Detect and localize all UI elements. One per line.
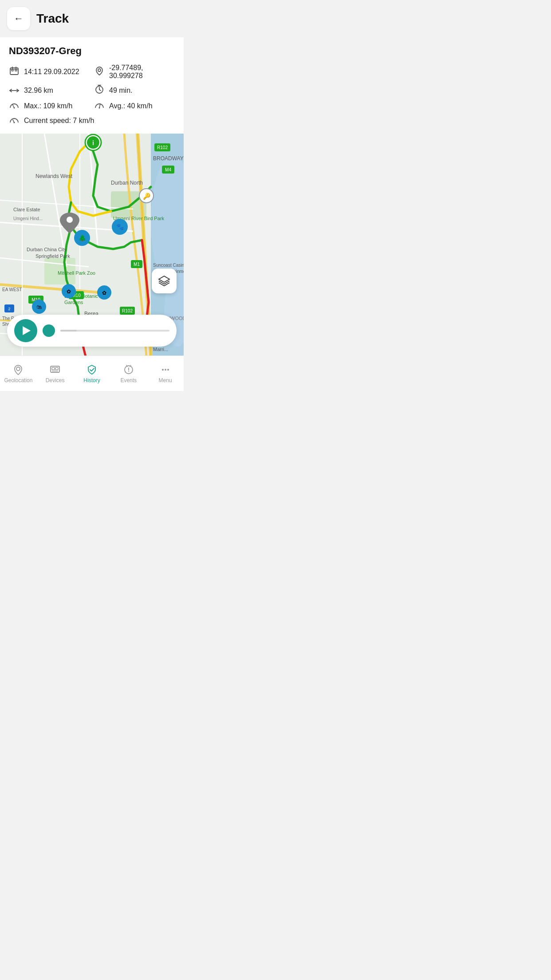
- distance-icon: [9, 85, 20, 95]
- svg-text:M1: M1: [134, 262, 140, 267]
- device-name: ND393207-Greg: [9, 45, 175, 57]
- svg-text:R102: R102: [122, 308, 133, 313]
- nav-item-menu[interactable]: Menu: [147, 360, 184, 387]
- info-section: ND393207-Greg 14:11 29.09.2022: [0, 37, 184, 134]
- svg-text:🔑: 🔑: [143, 193, 151, 200]
- svg-rect-2: [15, 70, 17, 71]
- svg-text:🌲: 🌲: [79, 234, 87, 242]
- menu-icon: [160, 364, 171, 375]
- devices-label: Devices: [46, 377, 65, 383]
- max-speed-value: Max.: 109 km/h: [24, 102, 72, 110]
- duration-value: 49 min.: [109, 87, 132, 95]
- bottom-nav: Geolocation Devices History Events: [0, 356, 184, 391]
- duration-row: 49 min.: [94, 84, 175, 96]
- avg-speed-row: Avg.: 40 km/h: [94, 101, 175, 111]
- menu-label: Menu: [159, 377, 172, 383]
- svg-text:EA WEST: EA WEST: [2, 287, 22, 292]
- events-icon: [123, 364, 134, 375]
- info-grid: 14:11 29.09.2022 -29.77489, 30.999278: [9, 64, 175, 126]
- current-speed-row: Current speed: 7 km/h: [9, 115, 175, 126]
- svg-rect-1: [12, 70, 13, 71]
- progress-track[interactable]: [60, 330, 169, 332]
- svg-text:🐾: 🐾: [116, 223, 124, 231]
- playback-bar: [7, 315, 177, 347]
- datetime-row: 14:11 29.09.2022: [9, 64, 90, 80]
- distance-value: 32.96 km: [24, 87, 53, 95]
- distance-row: 32.96 km: [9, 84, 90, 96]
- svg-point-102: [165, 369, 166, 371]
- geolocation-label: Geolocation: [4, 377, 32, 383]
- svg-point-98: [128, 371, 129, 372]
- nav-item-devices[interactable]: Devices: [37, 360, 74, 387]
- svg-rect-94: [55, 368, 58, 370]
- max-speed-row: Max.: 109 km/h: [9, 101, 90, 111]
- avg-speed-value: Avg.: 40 km/h: [109, 102, 153, 110]
- svg-text:BROADWAY: BROADWAY: [153, 155, 184, 162]
- svg-text:R102: R102: [157, 145, 168, 150]
- svg-rect-0: [10, 68, 18, 75]
- svg-point-18: [14, 122, 15, 123]
- datetime-value: 14:11 29.09.2022: [24, 68, 79, 76]
- svg-text:i: i: [92, 139, 94, 146]
- nav-item-history[interactable]: History: [74, 360, 110, 387]
- timer-icon: [94, 84, 105, 96]
- coordinates-value: -29.77489, 30.999278: [109, 64, 175, 80]
- coordinates-row: -29.77489, 30.999278: [94, 64, 175, 80]
- svg-point-103: [167, 369, 169, 371]
- svg-text:Mitchell Park Zoo: Mitchell Park Zoo: [58, 270, 95, 276]
- svg-text:🛍: 🛍: [36, 304, 42, 310]
- play-button[interactable]: [14, 319, 37, 342]
- svg-text:M4: M4: [165, 167, 171, 172]
- layer-button[interactable]: [152, 269, 177, 293]
- svg-rect-93: [52, 368, 55, 370]
- back-button[interactable]: ←: [7, 7, 30, 30]
- speedometer-icon: [9, 101, 20, 111]
- location-icon: [94, 66, 105, 78]
- nav-item-events[interactable]: Events: [110, 360, 147, 387]
- svg-point-91: [16, 367, 20, 371]
- svg-point-16: [14, 107, 15, 109]
- svg-text:Marri...: Marri...: [153, 347, 168, 352]
- history-icon: [86, 364, 98, 375]
- page-title: Track: [36, 12, 69, 26]
- map-container[interactable]: i 🔑 Newlands West Clare Estate Umgeni Hi…: [0, 134, 184, 356]
- progress-fill: [60, 330, 77, 332]
- header: ← Track: [0, 0, 184, 35]
- svg-text:Newlands West: Newlands West: [35, 173, 73, 179]
- events-label: Events: [120, 377, 137, 383]
- current-speed-value: Current speed: 7 km/h: [24, 117, 94, 125]
- svg-text:Umgeni Hind...: Umgeni Hind...: [13, 216, 43, 221]
- nav-item-geolocation[interactable]: Geolocation: [0, 360, 37, 387]
- svg-text:Durban China City: Durban China City: [27, 247, 67, 252]
- avg-speedometer-icon: [94, 101, 105, 111]
- svg-point-44: [67, 217, 73, 223]
- svg-text:Springfield Park: Springfield Park: [35, 253, 70, 259]
- current-speed-icon: [9, 115, 20, 126]
- svg-text:✿: ✿: [67, 288, 71, 295]
- svg-point-101: [162, 369, 164, 371]
- layers-icon: [157, 274, 171, 288]
- svg-text:Suncoast Casino,: Suncoast Casino,: [153, 263, 184, 268]
- svg-text:Clare Estate: Clare Estate: [13, 207, 40, 212]
- geolocation-icon: [12, 364, 24, 375]
- svg-text:2: 2: [8, 307, 10, 311]
- svg-line-14: [99, 90, 101, 91]
- play-icon: [23, 326, 31, 335]
- devices-icon: [49, 364, 61, 375]
- svg-point-17: [99, 107, 100, 109]
- svg-point-6: [98, 69, 101, 71]
- progress-handle[interactable]: [43, 324, 55, 337]
- history-label: History: [83, 377, 100, 383]
- back-arrow-icon: ←: [14, 13, 24, 24]
- svg-text:Durban North: Durban North: [111, 180, 143, 186]
- svg-text:Gardens: Gardens: [64, 300, 83, 305]
- svg-text:✿: ✿: [102, 290, 106, 296]
- calendar-icon: [9, 66, 20, 78]
